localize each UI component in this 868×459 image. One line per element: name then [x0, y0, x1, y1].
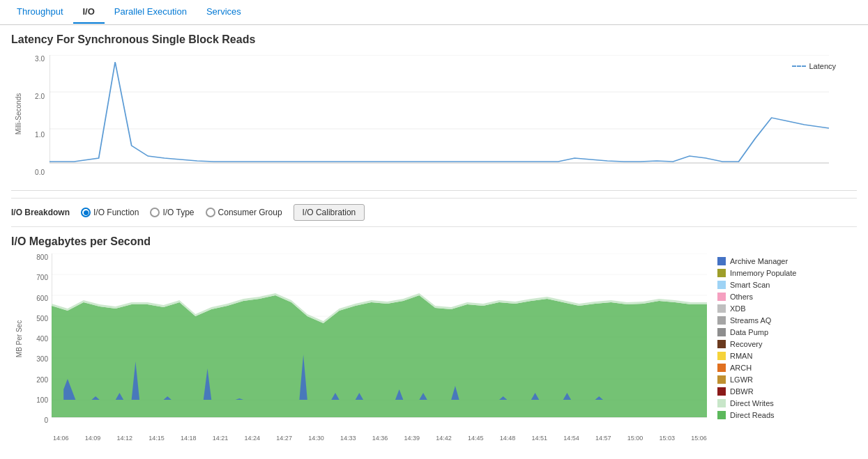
legend-swatch-lgwr	[717, 375, 726, 384]
io-y-800: 800	[36, 254, 48, 261]
io-breakdown-label: I/O Breakdown	[11, 208, 70, 217]
legend-label-recovery: Recovery	[730, 340, 762, 348]
legend-label-streamsaq: Streams AQ	[730, 316, 771, 325]
legend-swatch-dbwr	[717, 387, 726, 396]
radio-io-type[interactable]: I/O Type	[150, 208, 194, 217]
legend-direct-writes: Direct Writes	[717, 399, 857, 407]
latency-legend-line	[792, 65, 806, 67]
io-x-1439: 14:39	[404, 435, 420, 442]
io-x-1503: 15:03	[660, 435, 676, 442]
legend-label-lgwr: LGWR	[730, 375, 753, 384]
io-x-1430: 14:30	[308, 435, 324, 442]
io-x-1406: 14:06	[53, 435, 69, 442]
legend-label-rman: RMAN	[730, 352, 752, 360]
legend-label-dbwr: DBWR	[730, 387, 754, 396]
legend-swatch-smartscan	[717, 281, 726, 289]
latency-y-axis-title: Milli-Seconds	[15, 93, 23, 134]
io-x-1427: 14:27	[276, 435, 292, 442]
main-content: Latency For Synchronous Single Block Rea…	[0, 25, 868, 450]
io-y-500: 500	[36, 315, 48, 322]
io-x-1424: 14:24	[245, 435, 261, 442]
legend-swatch-inmemory	[717, 269, 726, 277]
legend-panel: Archive Manager Inmemory Populate Smart …	[717, 254, 857, 442]
legend-xdb: XDB	[717, 304, 857, 313]
latency-y-label-0: 0.0	[35, 169, 45, 176]
legend-arch: ARCH	[717, 364, 857, 372]
legend-swatch-directreads	[717, 411, 726, 419]
legend-recovery: Recovery	[717, 340, 857, 348]
latency-chart: Milli-Seconds 3.0 2.0 1.0 0.0 Latency	[11, 52, 857, 191]
legend-label-arch: ARCH	[730, 364, 752, 372]
io-y-200: 200	[36, 376, 48, 384]
io-x-1457: 14:57	[595, 435, 611, 442]
radio-consumer-group[interactable]: Consumer Group	[206, 208, 282, 217]
io-y-axis-title: MB Per Sec	[16, 320, 24, 357]
io-x-1500: 15:00	[627, 435, 644, 442]
io-chart-wrapper: MB Per Sec 800 700 600 500 400 300 200 1…	[11, 254, 710, 442]
io-breakdown-toolbar: I/O Breakdown I/O Function I/O Type Cons…	[11, 198, 857, 227]
legend-dbwr: DBWR	[717, 387, 857, 396]
io-x-1415: 14:15	[149, 435, 165, 442]
legend-label-inmemory: Inmemory Populate	[730, 269, 796, 277]
legend-label-directreads: Direct Reads	[730, 411, 775, 419]
legend-archive-manager: Archive Manager	[717, 257, 857, 265]
radio-io-type-label: I/O Type	[162, 208, 194, 217]
latency-legend: Latency	[792, 62, 836, 70]
tab-parallel-execution[interactable]: Parallel Execution	[105, 1, 197, 24]
tabs-bar: Throughput I/O Parallel Execution Servic…	[0, 0, 868, 25]
legend-swatch-streamsaq	[717, 316, 726, 325]
radio-io-function-label: I/O Function	[93, 208, 139, 217]
io-x-1451: 14:51	[531, 435, 547, 442]
legend-swatch-arch	[717, 364, 726, 372]
legend-inmemory-populate: Inmemory Populate	[717, 269, 857, 277]
io-x-1445: 14:45	[468, 435, 484, 442]
io-x-1433: 14:33	[340, 435, 356, 442]
legend-label-directwrites: Direct Writes	[730, 399, 774, 407]
io-x-1448: 14:48	[500, 435, 516, 442]
legend-swatch-recovery	[717, 340, 726, 348]
io-chart-section: MB Per Sec 800 700 600 500 400 300 200 1…	[11, 254, 857, 442]
io-x-1442: 14:42	[436, 435, 452, 442]
io-x-1409: 14:09	[85, 435, 101, 442]
io-calibration-button[interactable]: I/O Calibration	[294, 204, 365, 221]
io-x-1412: 14:12	[117, 435, 133, 442]
legend-label-xdb: XDB	[730, 304, 746, 313]
legend-swatch-datapump	[717, 328, 726, 336]
latency-y-label-1: 1.0	[35, 131, 45, 139]
legend-label-archive: Archive Manager	[730, 257, 788, 265]
io-y-300: 300	[36, 355, 48, 363]
tab-io[interactable]: I/O	[73, 1, 105, 24]
legend-lgwr: LGWR	[717, 375, 857, 384]
io-mb-chart-title: I/O Megabytes per Second	[11, 235, 857, 248]
radio-consumer-group-outer[interactable]	[206, 208, 215, 217]
radio-consumer-group-label: Consumer Group	[218, 208, 282, 217]
io-x-labels: 14:06 14:09 14:12 14:15 14:18 14:21 14:2…	[53, 435, 707, 442]
legend-streams-aq: Streams AQ	[717, 316, 857, 325]
radio-io-function-outer[interactable]	[81, 208, 91, 217]
latency-y-label-3: 3.0	[35, 55, 45, 63]
tab-services[interactable]: Services	[197, 1, 251, 24]
radio-io-function-inner	[84, 210, 89, 215]
svg-marker-16	[52, 295, 707, 417]
radio-io-function[interactable]: I/O Function	[81, 208, 139, 217]
radio-io-type-outer[interactable]	[150, 208, 160, 217]
legend-swatch-others	[717, 293, 726, 301]
io-x-1421: 14:21	[213, 435, 229, 442]
tab-throughput[interactable]: Throughput	[7, 1, 73, 24]
io-x-1454: 14:54	[563, 435, 579, 442]
legend-label-datapump: Data Pump	[730, 328, 768, 336]
legend-rman: RMAN	[717, 352, 857, 360]
latency-svg	[50, 55, 829, 166]
legend-swatch-rman	[717, 352, 726, 360]
latency-legend-label: Latency	[809, 62, 836, 70]
io-y-100: 100	[36, 396, 48, 404]
legend-swatch-xdb	[717, 304, 726, 313]
io-y-600: 600	[36, 295, 48, 302]
legend-direct-reads: Direct Reads	[717, 411, 857, 419]
latency-chart-title: Latency For Synchronous Single Block Rea…	[11, 33, 857, 46]
legend-swatch-archive	[717, 257, 726, 265]
io-y-0: 0	[44, 417, 48, 424]
legend-others: Others	[717, 293, 857, 301]
legend-swatch-directwrites	[717, 399, 726, 407]
legend-label-others: Others	[730, 293, 753, 301]
